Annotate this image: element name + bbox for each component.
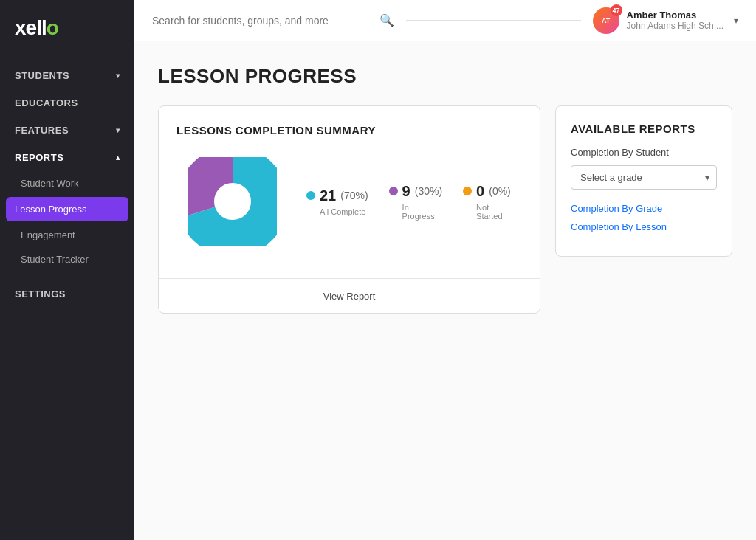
cards-row: LESSONS COMPLETION SUMMARY	[158, 105, 732, 314]
header: 🔍 AT 47 Amber Thomas John Adams High Sch…	[134, 0, 756, 41]
sidebar-item-settings-label: SETTINGS	[15, 288, 66, 300]
grade-select[interactable]: Select a grade Grade 9 Grade 10 Grade 11…	[571, 165, 717, 190]
grade-select-wrapper: Select a grade Grade 9 Grade 10 Grade 11…	[571, 165, 717, 190]
completion-by-student-label: Completion By Student	[571, 147, 717, 158]
sidebar: xello STUDENTS ▾ EDUCATORS FEATURES ▾ RE…	[0, 0, 134, 540]
user-name: Amber Thomas	[627, 10, 724, 21]
avatar: AT 47	[593, 7, 619, 34]
all-complete-dot	[306, 191, 315, 200]
pie-chart	[188, 157, 277, 246]
user-menu[interactable]: AT 47 Amber Thomas John Adams High Sch .…	[593, 7, 738, 34]
view-report-button[interactable]: View Report	[323, 291, 376, 302]
all-complete-count: 21	[320, 187, 336, 204]
chart-area: 21 (70%) All Complete 9 (30%)	[176, 157, 522, 260]
in-progress-pct: (30%)	[415, 185, 442, 197]
summary-card-title: LESSONS COMPLETION SUMMARY	[176, 124, 522, 136]
chevron-down-icon: ▾	[116, 72, 120, 80]
in-progress-label: In Progress	[389, 203, 442, 221]
sidebar-item-students-label: STUDENTS	[15, 70, 69, 81]
header-divider	[406, 20, 581, 21]
sidebar-item-features[interactable]: FEATURES ▾	[0, 117, 134, 144]
legend-in-progress: 9 (30%) In Progress	[389, 183, 442, 221]
sidebar-item-engagement[interactable]: Engagement	[0, 223, 134, 247]
card-footer: View Report	[159, 278, 540, 313]
search-input[interactable]	[152, 15, 374, 27]
completion-by-grade-link[interactable]: Completion By Grade	[571, 203, 717, 214]
chevron-up-icon: ▴	[116, 153, 120, 162]
not-started-count: 0	[476, 183, 484, 200]
logo: xello	[0, 0, 134, 55]
chevron-down-icon: ▾	[116, 126, 120, 134]
sidebar-item-educators[interactable]: EDUCATORS	[0, 89, 134, 117]
sidebar-item-student-work[interactable]: Student Work	[0, 171, 134, 195]
legend-all-complete: 21 (70%) All Complete	[306, 187, 368, 216]
pie-chart-svg	[188, 157, 277, 246]
summary-card: LESSONS COMPLETION SUMMARY	[158, 105, 540, 314]
main-content: 🔍 AT 47 Amber Thomas John Adams High Sch…	[134, 0, 756, 540]
all-complete-label: All Complete	[306, 207, 365, 216]
sidebar-item-settings[interactable]: SETTINGS	[0, 280, 134, 308]
not-started-pct: (0%)	[489, 185, 511, 197]
legend: 21 (70%) All Complete 9 (30%)	[306, 183, 511, 221]
sidebar-item-reports[interactable]: REPORTS ▴	[0, 144, 134, 171]
user-dropdown-chevron: ▾	[734, 15, 738, 26]
notification-badge: 47	[611, 4, 622, 16]
sidebar-item-educators-label: EDUCATORS	[15, 97, 78, 108]
reports-card-title: AVAILABLE REPORTS	[571, 122, 717, 135]
sidebar-item-student-tracker[interactable]: Student Tracker	[0, 247, 134, 271]
page-title: LESSON PROGRESS	[158, 65, 732, 88]
in-progress-dot	[389, 187, 398, 195]
search-bar: 🔍	[152, 13, 394, 27]
page-content: LESSON PROGRESS LESSONS COMPLETION SUMMA…	[134, 41, 756, 540]
completion-by-lesson-link[interactable]: Completion By Lesson	[571, 221, 717, 232]
not-started-label: Not Started	[463, 203, 511, 221]
sidebar-item-lesson-progress[interactable]: Lesson Progress	[6, 197, 128, 221]
not-started-dot	[463, 187, 472, 195]
legend-not-started: 0 (0%) Not Started	[463, 183, 511, 221]
sidebar-item-features-label: FEATURES	[15, 125, 69, 136]
user-school: John Adams High Sch ...	[627, 21, 724, 31]
user-text: Amber Thomas John Adams High Sch ...	[627, 10, 724, 31]
sidebar-item-students[interactable]: STUDENTS ▾	[0, 62, 134, 89]
reports-card: AVAILABLE REPORTS Completion By Student …	[555, 105, 732, 257]
card-body: LESSONS COMPLETION SUMMARY	[159, 106, 540, 278]
search-icon: 🔍	[379, 13, 394, 27]
sidebar-item-reports-label: REPORTS	[15, 152, 63, 163]
all-complete-pct: (70%)	[340, 190, 368, 201]
in-progress-count: 9	[402, 183, 410, 200]
sidebar-nav: STUDENTS ▾ EDUCATORS FEATURES ▾ REPORTS …	[0, 55, 134, 540]
